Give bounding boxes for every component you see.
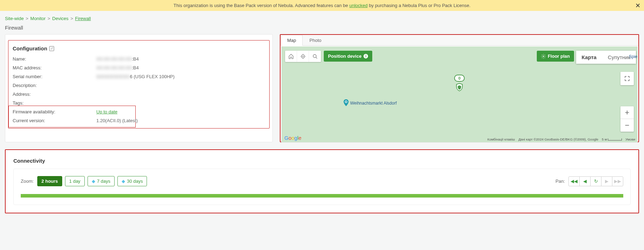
- value-version: 1.20(ACII.0) (Latest): [96, 118, 138, 123]
- connectivity-bar: [21, 194, 623, 198]
- locate-icon[interactable]: [297, 51, 309, 62]
- svg-point-2: [313, 54, 316, 57]
- tab-map[interactable]: Map: [281, 35, 303, 46]
- config-title: Configuration: [13, 45, 47, 51]
- diamond-icon: ◆: [122, 179, 125, 184]
- label-version: Current version:: [13, 118, 96, 123]
- banner-text-pre: This organization is using the Base Pack…: [174, 3, 349, 8]
- label-description: Description:: [13, 83, 96, 88]
- value-mac: XX:XX:XX:XX:XX:B4: [96, 65, 139, 70]
- zoom-7days[interactable]: ◆7 days: [88, 176, 115, 186]
- connectivity-title: Connectivity: [13, 158, 631, 164]
- search-icon[interactable]: [309, 51, 321, 62]
- tab-photo[interactable]: Photo: [303, 35, 328, 45]
- gear-icon: [541, 54, 546, 59]
- value-name: XX:XX:XX:XX:XX:B4: [96, 56, 139, 62]
- map-poi[interactable]: Weihnachtsmarkt Alsdorf: [343, 99, 397, 107]
- connectivity-panel: Connectivity Zoom: 2 hours 1 day ◆7 days…: [5, 149, 639, 213]
- marker-badge: 0: [454, 75, 465, 82]
- map-label-spie: Spie: [629, 54, 637, 59]
- zoom-1day[interactable]: 1 day: [65, 176, 85, 186]
- map-panel: Map Photo Position device i Floor plan К…: [280, 34, 639, 142]
- map-terms[interactable]: Умови: [625, 137, 635, 141]
- map-footer: Комбінації клавіш Дані карт ©2024 GeoBas…: [488, 137, 635, 141]
- home-icon[interactable]: [285, 51, 297, 62]
- pan-back-button[interactable]: ◀: [579, 176, 591, 186]
- map-canvas[interactable]: Position device i Floor plan Карта Супут…: [281, 46, 638, 143]
- zoom-30days[interactable]: ◆30 days: [117, 176, 147, 186]
- fullscreen-icon[interactable]: [620, 72, 634, 85]
- floor-plan-button[interactable]: Floor plan: [537, 51, 574, 62]
- label-tags: Tags:: [13, 100, 96, 106]
- label-fw-avail: Firmware availability:: [13, 109, 96, 114]
- label-mac: MAC address:: [13, 65, 96, 70]
- zoom-out-button[interactable]: −: [620, 119, 634, 132]
- pan-refresh-button[interactable]: ↻: [590, 176, 601, 186]
- zoom-in-button[interactable]: +: [620, 106, 634, 119]
- breadcrumb-current: Firewall: [75, 16, 91, 21]
- value-serial: SXXXXXXXXXX6 (USG FLEX 100HP): [96, 74, 175, 79]
- breadcrumb-monitor[interactable]: Monitor: [30, 16, 45, 21]
- pan-fast-forward-button[interactable]: ▶▶: [612, 176, 623, 186]
- zoom-label: Zoom:: [21, 179, 34, 184]
- page-title: Firewall: [0, 23, 644, 34]
- position-device-button[interactable]: Position device i: [324, 51, 372, 62]
- google-logo: Google: [284, 135, 301, 141]
- edit-icon[interactable]: [49, 46, 54, 51]
- close-icon[interactable]: ✕: [635, 2, 640, 10]
- poi-pin-icon: [343, 99, 349, 107]
- banner-link[interactable]: unlocked: [349, 3, 368, 8]
- device-marker[interactable]: 0: [454, 75, 465, 92]
- label-address: Address:: [13, 92, 96, 97]
- zoom-2hours[interactable]: 2 hours: [37, 176, 62, 186]
- breadcrumb-sitewide[interactable]: Site-wide: [5, 16, 24, 21]
- label-serial: Serial number:: [13, 74, 96, 79]
- breadcrumb: Site-wide > Monitor > Devices > Firewall: [0, 11, 644, 23]
- info-icon: i: [363, 54, 368, 58]
- banner-text-post: by purchasing a Nebula Plus or Pro Pack …: [368, 3, 471, 8]
- map-type-karta[interactable]: Карта: [576, 51, 602, 64]
- svg-point-1: [303, 56, 303, 57]
- breadcrumb-devices[interactable]: Devices: [52, 16, 69, 21]
- label-name: Name:: [13, 56, 96, 62]
- poi-label: Weihnachtsmarkt Alsdorf: [350, 101, 397, 106]
- map-scale: 5 м: [602, 137, 622, 141]
- map-shortcuts[interactable]: Комбінації клавіш: [488, 137, 515, 141]
- svg-point-5: [345, 101, 347, 102]
- pan-fast-back-button[interactable]: ◀◀: [568, 176, 580, 186]
- config-panel: Configuration Name: XX:XX:XX:XX:XX:B4 MA…: [5, 34, 273, 142]
- promo-banner: This organization is using the Base Pack…: [0, 0, 644, 11]
- pan-label: Pan:: [555, 179, 565, 184]
- diamond-icon: ◆: [92, 179, 95, 184]
- firmware-link[interactable]: Up to date: [96, 109, 117, 114]
- pan-forward-button[interactable]: ▶: [601, 176, 612, 186]
- map-attribution: Дані карт ©2024 GeoBasis-DE/BKG (©2009),…: [519, 137, 598, 141]
- svg-point-3: [543, 56, 544, 57]
- shield-icon: [455, 83, 464, 92]
